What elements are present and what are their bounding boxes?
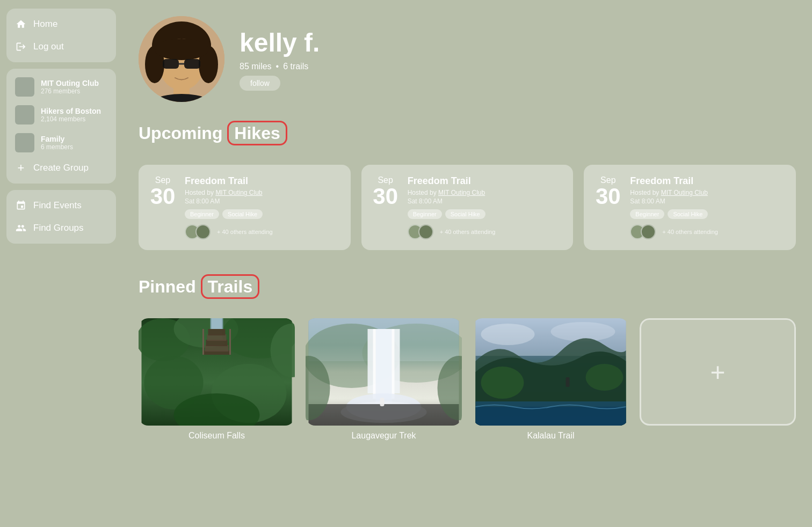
hike-tag-social-2: Social Hike <box>445 209 485 219</box>
svg-rect-20 <box>208 329 226 335</box>
hike-tag-social-3: Social Hike <box>668 209 708 219</box>
hike-time-2: Sat 8:00 AM <box>408 197 563 205</box>
sidebar-item-hikers-boston[interactable]: Hikers of Boston 2,104 members <box>6 101 116 129</box>
hike-date-3: Sep 30 <box>595 175 621 208</box>
svg-point-43 <box>481 324 535 345</box>
hike-hosted-2: Hosted by MIT Outing Club <box>408 189 563 196</box>
add-trail-button[interactable]: + <box>640 318 796 426</box>
calendar-icon <box>15 200 27 211</box>
trails-grid: Coliseum Falls <box>139 318 796 441</box>
hike-details-3: Freedom Trail Hosted by MIT Outing Club … <box>630 175 785 239</box>
svg-point-49 <box>586 364 624 391</box>
create-group-label: Create Group <box>33 163 89 173</box>
logout-label: Log out <box>33 41 64 52</box>
profile-section: kelly f. 85 miles • 6 trails follow <box>139 16 796 102</box>
sidebar-item-mit-outing[interactable]: MIT Outing Club 276 members <box>6 73 116 101</box>
find-events-label: Find Events <box>33 200 82 211</box>
family-thumb <box>15 133 34 152</box>
hike-attendees-1: + 40 others attending <box>185 224 340 239</box>
hike-tags-1: Beginner Social Hike <box>185 209 340 219</box>
hikers-boston-members: 2,104 members <box>41 115 101 123</box>
groups-card: MIT Outing Club 276 members Hikers of Bo… <box>6 69 116 184</box>
hike-host-link-3[interactable]: MIT Outing Club <box>661 189 708 196</box>
hike-day-2: 30 <box>373 185 398 208</box>
plus-icon: + <box>15 162 27 174</box>
hike-card-2[interactable]: Sep 30 Freedom Trail Hosted by MIT Outin… <box>361 165 574 250</box>
attendees-text-2: + 40 others attending <box>440 229 496 235</box>
sidebar-item-find-events[interactable]: Find Events <box>6 194 116 217</box>
sidebar: Home Log out MIT Outing Club 276 members… <box>0 0 122 527</box>
mit-outing-thumb <box>15 77 34 97</box>
hike-time-3: Sat 8:00 AM <box>630 197 785 205</box>
add-trail-icon: + <box>710 357 725 387</box>
attendee-avatars-1 <box>185 224 206 239</box>
hike-tag-beginner-2: Beginner <box>408 209 442 219</box>
hike-date-2: Sep 30 <box>372 175 399 208</box>
hike-day-1: 30 <box>150 185 176 208</box>
sidebar-item-logout[interactable]: Log out <box>6 35 116 58</box>
attendee-avatars-2 <box>408 224 429 239</box>
svg-rect-38 <box>380 398 385 406</box>
attendee-avatar-2b <box>418 224 433 239</box>
family-members: 6 members <box>41 143 73 151</box>
hike-tags-3: Beginner Social Hike <box>630 209 785 219</box>
hike-card-1[interactable]: Sep 30 Freedom Trail Hosted by MIT Outin… <box>139 165 351 250</box>
svg-point-48 <box>481 367 524 399</box>
hike-hosted-3: Hosted by MIT Outing Club <box>630 189 785 196</box>
hike-trail-3: Freedom Trail <box>630 175 785 187</box>
profile-separator: • <box>276 62 279 71</box>
coliseum-image <box>139 318 295 426</box>
sidebar-item-family[interactable]: Family 6 members <box>6 129 116 157</box>
svg-rect-47 <box>566 377 570 387</box>
home-icon <box>15 18 27 30</box>
attendee-avatar-3b <box>641 224 656 239</box>
svg-rect-46 <box>476 407 626 426</box>
laugavegur-name: Laugavegur Trek <box>306 431 462 441</box>
hike-tag-beginner-3: Beginner <box>630 209 664 219</box>
family-name: Family <box>41 135 73 143</box>
hike-trail-2: Freedom Trail <box>408 175 563 187</box>
hike-host-link-1[interactable]: MIT Outing Club <box>215 189 262 196</box>
logout-icon <box>15 41 27 53</box>
create-group-button[interactable]: + Create Group <box>6 157 116 179</box>
profile-trails: 6 trails <box>283 62 308 71</box>
svg-rect-7 <box>184 59 200 69</box>
sidebar-item-home[interactable]: Home <box>6 13 116 35</box>
attendees-text-1: + 40 others attending <box>217 229 273 235</box>
sidebar-item-find-groups[interactable]: Find Groups <box>6 217 116 239</box>
upcoming-hikes-title: Upcoming Upcoming HikesHikes <box>139 123 287 143</box>
svg-rect-34 <box>376 329 392 404</box>
hike-host-link-2[interactable]: MIT Outing Club <box>438 189 485 196</box>
trail-card-kalalau[interactable]: Kalalau Trail <box>473 318 629 441</box>
profile-name: kelly f. <box>240 28 320 57</box>
trail-card-add[interactable]: + <box>640 318 796 441</box>
main-content: kelly f. 85 miles • 6 trails follow Upco… <box>122 0 812 527</box>
top-nav-card: Home Log out <box>6 9 116 62</box>
people-icon <box>15 222 27 234</box>
profile-info: kelly f. 85 miles • 6 trails follow <box>240 28 320 91</box>
home-label: Home <box>33 19 57 30</box>
pinned-trails-section: Pinned Trails <box>139 277 796 441</box>
follow-button[interactable]: follow <box>240 76 280 91</box>
trail-card-laugavegur[interactable]: Laugavegur Trek <box>306 318 462 441</box>
svg-point-10 <box>144 94 219 102</box>
upcoming-hikes-section: Upcoming Upcoming HikesHikes Sep 30 Free… <box>139 123 796 250</box>
nav-card: Find Events Find Groups <box>6 190 116 244</box>
hike-details-2: Freedom Trail Hosted by MIT Outing Club … <box>408 175 563 239</box>
kalalau-name: Kalalau Trail <box>473 431 629 441</box>
hike-trail-1: Freedom Trail <box>185 175 340 187</box>
coliseum-name: Coliseum Falls <box>139 431 295 441</box>
mit-outing-name: MIT Outing Club <box>41 79 99 87</box>
hike-attendees-2: + 40 others attending <box>408 224 563 239</box>
hike-card-3[interactable]: Sep 30 Freedom Trail Hosted by MIT Outin… <box>584 165 796 250</box>
svg-rect-24 <box>212 318 222 329</box>
find-groups-label: Find Groups <box>33 223 84 233</box>
svg-rect-6 <box>163 59 179 69</box>
svg-rect-37 <box>309 404 459 426</box>
trail-card-coliseum[interactable]: Coliseum Falls <box>139 318 295 441</box>
hike-time-1: Sat 8:00 AM <box>185 197 340 205</box>
profile-stats: 85 miles • 6 trails <box>240 62 320 71</box>
hike-tag-beginner-1: Beginner <box>185 209 219 219</box>
hikers-boston-name: Hikers of Boston <box>41 107 101 115</box>
hikers-boston-thumb <box>15 105 34 125</box>
